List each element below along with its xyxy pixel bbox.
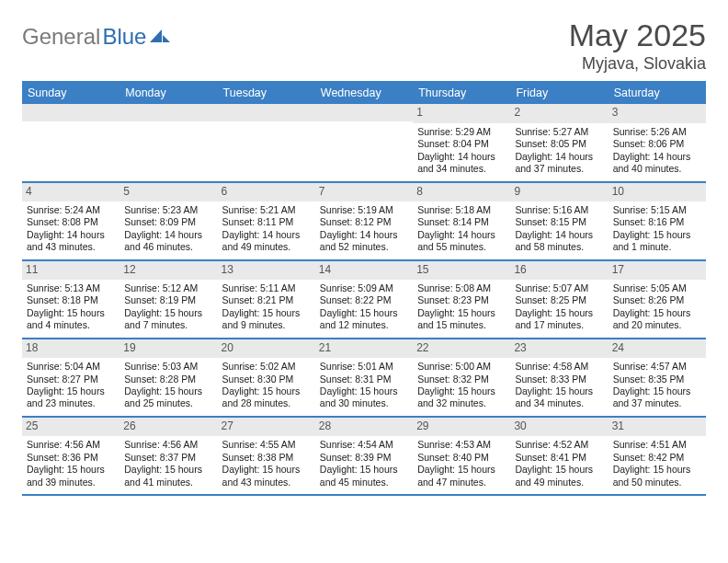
- day-number: 30: [510, 418, 608, 436]
- day-line: Sunset: 8:26 PM: [613, 294, 701, 306]
- day-body: Sunrise: 4:56 AMSunset: 8:37 PMDaylight:…: [121, 439, 215, 488]
- day-number: 27: [218, 418, 315, 436]
- day-line: Daylight: 15 hours and 43 minutes.: [222, 464, 311, 488]
- day-body: Sunrise: 5:16 AMSunset: 8:15 PMDaylight:…: [512, 204, 606, 254]
- day-line: Sunset: 8:05 PM: [515, 138, 603, 150]
- day-line: Daylight: 14 hours and 34 minutes.: [417, 151, 506, 176]
- day-body: Sunrise: 5:19 AMSunset: 8:12 PMDaylight:…: [317, 204, 411, 254]
- day-line: Sunset: 8:39 PM: [320, 452, 408, 464]
- day-of-week-header: SundayMondayTuesdayWednesdayThursdayFrid…: [22, 83, 706, 104]
- day-line: Sunset: 8:33 PM: [515, 373, 603, 385]
- day-line: Sunset: 8:11 PM: [222, 216, 311, 228]
- week-row: 1Sunrise: 5:29 AMSunset: 8:04 PMDaylight…: [22, 104, 706, 182]
- day-line: Daylight: 15 hours and 30 minutes.: [320, 385, 408, 410]
- day-line: Sunrise: 5:04 AM: [27, 361, 115, 373]
- day-line: Sunset: 8:31 PM: [320, 373, 408, 385]
- day-line: Sunset: 8:36 PM: [27, 452, 115, 464]
- day-cell: 7Sunrise: 5:19 AMSunset: 8:12 PMDaylight…: [315, 183, 413, 259]
- day-line: Sunrise: 5:18 AM: [417, 204, 506, 216]
- day-cell: 6Sunrise: 5:21 AMSunset: 8:11 PMDaylight…: [218, 183, 315, 259]
- week-row: 11Sunrise: 5:13 AMSunset: 8:18 PMDayligh…: [22, 261, 706, 339]
- day-body: Sunrise: 5:00 AMSunset: 8:32 PMDaylight:…: [415, 361, 508, 410]
- day-cell: 17Sunrise: 5:05 AMSunset: 8:26 PMDayligh…: [609, 261, 706, 338]
- day-line: Daylight: 14 hours and 40 minutes.: [613, 151, 701, 176]
- title-block: May 2025 Myjava, Slovakia: [569, 18, 706, 74]
- day-line: Daylight: 14 hours and 52 minutes.: [320, 229, 408, 254]
- day-cell: 26Sunrise: 4:56 AMSunset: 8:37 PMDayligh…: [119, 418, 217, 494]
- day-line: Sunrise: 4:51 AM: [613, 439, 701, 451]
- day-cell: 3Sunrise: 5:26 AMSunset: 8:06 PMDaylight…: [609, 104, 706, 180]
- day-body: Sunrise: 4:51 AMSunset: 8:42 PMDaylight:…: [610, 439, 704, 488]
- day-line: Daylight: 15 hours and 28 minutes.: [222, 385, 311, 410]
- day-body: Sunrise: 5:23 AMSunset: 8:09 PMDaylight:…: [121, 204, 215, 254]
- day-of-week-cell: Wednesday: [315, 83, 413, 104]
- day-cell: [119, 104, 217, 180]
- day-cell: 11Sunrise: 5:13 AMSunset: 8:18 PMDayligh…: [22, 261, 119, 338]
- day-cell: 2Sunrise: 5:27 AMSunset: 8:05 PMDaylight…: [510, 104, 608, 180]
- day-line: Sunset: 8:14 PM: [417, 216, 506, 228]
- day-body: Sunrise: 5:04 AMSunset: 8:27 PMDaylight:…: [24, 361, 118, 410]
- day-line: Sunset: 8:40 PM: [417, 452, 506, 464]
- day-line: Sunrise: 5:07 AM: [515, 282, 603, 294]
- day-line: Sunset: 8:37 PM: [124, 452, 212, 464]
- day-number: 18: [22, 339, 119, 358]
- day-line: Sunset: 8:12 PM: [320, 216, 408, 228]
- day-line: Sunset: 8:42 PM: [613, 452, 701, 464]
- day-of-week-cell: Thursday: [413, 83, 510, 104]
- day-number: 2: [510, 104, 608, 122]
- day-line: Daylight: 15 hours and 4 minutes.: [27, 307, 115, 332]
- week-row: 4Sunrise: 5:24 AMSunset: 8:08 PMDaylight…: [22, 183, 706, 261]
- day-number: 11: [22, 261, 119, 280]
- day-line: Daylight: 15 hours and 25 minutes.: [124, 385, 212, 410]
- day-line: Daylight: 14 hours and 37 minutes.: [515, 151, 603, 176]
- day-cell: 21Sunrise: 5:01 AMSunset: 8:31 PMDayligh…: [315, 339, 413, 416]
- day-line: Daylight: 14 hours and 43 minutes.: [27, 229, 115, 254]
- day-number: 6: [218, 183, 315, 201]
- day-number: 28: [315, 418, 413, 436]
- day-line: Daylight: 15 hours and 32 minutes.: [417, 385, 506, 410]
- day-number: 29: [413, 418, 510, 436]
- day-line: Sunset: 8:09 PM: [124, 216, 212, 228]
- day-body: Sunrise: 5:08 AMSunset: 8:23 PMDaylight:…: [415, 282, 508, 332]
- day-body: Sunrise: 5:03 AMSunset: 8:28 PMDaylight:…: [121, 361, 215, 410]
- day-cell: 25Sunrise: 4:56 AMSunset: 8:36 PMDayligh…: [22, 418, 119, 494]
- day-body: Sunrise: 4:58 AMSunset: 8:33 PMDaylight:…: [512, 361, 606, 410]
- day-line: Sunset: 8:38 PM: [222, 452, 311, 464]
- day-body: Sunrise: 4:53 AMSunset: 8:40 PMDaylight:…: [415, 439, 508, 488]
- day-line: Daylight: 15 hours and 9 minutes.: [222, 307, 311, 332]
- day-number: 22: [413, 339, 510, 358]
- day-body: Sunrise: 5:21 AMSunset: 8:11 PMDaylight:…: [220, 204, 313, 254]
- day-body: Sunrise: 5:11 AMSunset: 8:21 PMDaylight:…: [220, 282, 313, 332]
- day-body: Sunrise: 5:05 AMSunset: 8:26 PMDaylight:…: [610, 282, 704, 332]
- day-body: Sunrise: 4:54 AMSunset: 8:39 PMDaylight:…: [317, 439, 411, 488]
- day-body: Sunrise: 4:57 AMSunset: 8:35 PMDaylight:…: [610, 361, 704, 410]
- day-line: Sunset: 8:06 PM: [613, 138, 701, 150]
- day-cell: 28Sunrise: 4:54 AMSunset: 8:39 PMDayligh…: [315, 418, 413, 494]
- day-number: 15: [413, 261, 510, 280]
- day-line: Daylight: 15 hours and 41 minutes.: [124, 464, 212, 488]
- day-number: 12: [119, 261, 217, 280]
- day-line: Sunrise: 5:21 AM: [222, 204, 311, 216]
- day-cell: [315, 104, 413, 180]
- day-body: Sunrise: 4:56 AMSunset: 8:36 PMDaylight:…: [24, 439, 118, 488]
- day-cell: 30Sunrise: 4:52 AMSunset: 8:41 PMDayligh…: [510, 418, 608, 494]
- day-cell: 4Sunrise: 5:24 AMSunset: 8:08 PMDaylight…: [22, 183, 119, 259]
- day-number: 31: [609, 418, 706, 436]
- day-cell: 23Sunrise: 4:58 AMSunset: 8:33 PMDayligh…: [510, 339, 608, 416]
- day-line: Daylight: 14 hours and 55 minutes.: [417, 229, 506, 254]
- day-number: [119, 104, 217, 121]
- day-number: 5: [119, 183, 217, 201]
- week-row: 25Sunrise: 4:56 AMSunset: 8:36 PMDayligh…: [22, 418, 706, 496]
- day-number: [218, 104, 315, 121]
- day-line: Sunrise: 5:08 AM: [417, 282, 506, 294]
- day-line: Sunrise: 5:09 AM: [320, 282, 408, 294]
- day-body: Sunrise: 5:27 AMSunset: 8:05 PMDaylight:…: [512, 126, 606, 176]
- svg-marker-1: [163, 35, 170, 42]
- day-line: Sunrise: 5:15 AM: [613, 204, 701, 216]
- day-line: Sunrise: 5:26 AM: [613, 126, 701, 138]
- day-cell: 20Sunrise: 5:02 AMSunset: 8:30 PMDayligh…: [218, 339, 315, 416]
- day-line: Sunrise: 4:56 AM: [27, 439, 115, 451]
- day-body: Sunrise: 5:02 AMSunset: 8:30 PMDaylight:…: [220, 361, 313, 410]
- day-number: 26: [119, 418, 217, 436]
- day-line: Daylight: 15 hours and 49 minutes.: [515, 464, 603, 488]
